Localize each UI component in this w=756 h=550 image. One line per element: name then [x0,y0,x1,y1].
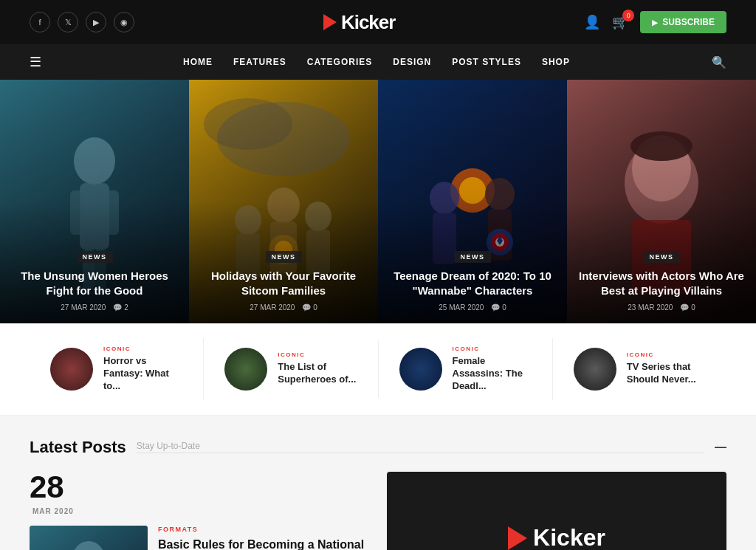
hero-category-2: NEWS [266,251,302,263]
site-logo[interactable]: Kicker [323,11,396,34]
latest-date-block: 28 MAR 2020 [30,472,369,515]
hero-date-3: 25 MAR 2020 [439,303,484,312]
hero-comments-3: 💬 0 [491,303,506,312]
nav-post-styles[interactable]: POST STYLES [452,57,521,67]
iconic-text-3: ICONIC Female Assassins: The Deadl... [453,346,532,393]
latest-subtitle: Stay Up-to-Date [137,441,704,453]
iconic-title-4: TV Series that Should Never... [627,361,706,386]
latest-post-item[interactable]: FORMATS Basic Rules for Becoming a Natio… [30,526,369,550]
nav-links: HOME FEATURES CATEGORIES DESIGN POST STY… [183,57,570,67]
iconic-thumb-img-2 [224,348,267,391]
hero-item-1[interactable]: NEWS The Unsung Women Heroes Fight for t… [0,80,189,323]
latest-dash: — [715,441,726,454]
latest-grid: 28 MAR 2020 [30,472,726,550]
hero-meta-4: 23 MAR 2020 💬 0 [579,303,744,312]
iconic-label-1: ICONIC [103,346,182,352]
latest-post-thumb-img [30,526,148,550]
hero-title-3: Teenage Dream of 2020: To 10 "Wannabe" C… [390,269,555,298]
search-icon[interactable]: 🔍 [712,55,726,69]
hero-meta-2: 27 MAR 2020 💬 0 [201,303,366,312]
hamburger-icon[interactable]: ☰ [30,54,41,70]
nav-categories[interactable]: CATEGORIES [307,57,372,67]
iconic-label-4: ICONIC [627,351,706,358]
instagram-icon[interactable]: ◉ [114,12,134,32]
logo-text: Kicker [341,11,396,34]
hero-meta-1: 27 MAR 2020 💬 2 [12,303,177,312]
latest-post-category: FORMATS [158,526,369,533]
hero-item-2[interactable]: NEWS Holidays with Your Favorite Sitcom … [189,80,378,323]
nav-features[interactable]: FEATURES [233,57,286,67]
iconic-thumb-2 [224,348,267,391]
iconic-item-2[interactable]: ICONIC The List of Superheroes of... [204,340,378,398]
iconic-title-3: Female Assassins: The Deadl... [453,355,532,393]
latest-post-title: Basic Rules for Becoming a National Supe… [158,537,369,550]
twitter-icon[interactable]: 𝕏 [58,12,78,32]
subscribe-button[interactable]: SUBSCRIBE [640,11,726,33]
hero-comments-1: 💬 2 [113,303,128,312]
kicker-logo-large: Kicker [508,524,605,550]
hero-title-4: Interviews with Actors Who Are Best at P… [579,269,744,298]
latest-left: 28 MAR 2020 [30,472,369,550]
hero-content-4: NEWS Interviews with Actors Who Are Best… [567,237,756,323]
hero-category-3: NEWS [455,251,491,263]
facebook-icon[interactable]: f [30,12,50,32]
social-icons: f 𝕏 ▶ ◉ [30,12,134,32]
cart-icon[interactable]: 🛒 0 [612,14,628,30]
nav-home[interactable]: HOME [183,57,213,67]
date-num: 28 MAR 2020 [30,472,74,515]
top-bar: f 𝕏 ▶ ◉ Kicker 👤 🛒 0 SUBSCRIBE [0,0,756,44]
iconic-text-4: ICONIC TV Series that Should Never... [627,351,706,386]
user-icon[interactable]: 👤 [584,14,600,30]
iconic-text-2: ICONIC The List of Superheroes of... [278,351,357,386]
hero-grid: NEWS The Unsung Women Heroes Fight for t… [0,80,756,323]
iconic-thumb-img-3 [399,348,442,391]
iconic-item-3[interactable]: ICONIC Female Assassins: The Deadl... [379,338,553,400]
cart-badge: 0 [622,10,634,21]
iconic-label-2: ICONIC [278,351,357,358]
top-right-actions: 👤 🛒 0 SUBSCRIBE [584,11,726,33]
iconic-thumb-img-1 [50,348,93,391]
nav-bar: ☰ HOME FEATURES CATEGORIES DESIGN POST S… [0,44,756,80]
hero-item-4[interactable]: NEWS Interviews with Actors Who Are Best… [567,80,756,323]
iconic-thumb-3 [399,348,442,391]
hero-date-4: 23 MAR 2020 [628,303,673,312]
iconic-title-2: The List of Superheroes of... [278,361,357,386]
iconic-thumb-4 [574,348,616,391]
latest-post-thumb [30,526,148,550]
logo-play-icon [323,14,337,30]
iconic-title-1: Horror vs Fantasy: What to... [103,355,182,393]
hero-content-3: NEWS Teenage Dream of 2020: To 10 "Wanna… [378,237,567,323]
hero-content-2: NEWS Holidays with Your Favorite Sitcom … [189,237,378,323]
hero-title-1: The Unsung Women Heroes Fight for the Go… [12,269,177,298]
hero-comments-4: 💬 0 [680,303,695,312]
latest-header: Latest Posts Stay Up-to-Date — [30,438,726,457]
kicker-logo-large-text: Kicker [533,524,605,550]
hero-date-2: 27 MAR 2020 [250,303,295,312]
latest-right-panel: Kicker [387,472,726,550]
latest-section: Latest Posts Stay Up-to-Date — 28 MAR 20… [0,416,756,550]
iconic-thumb-img-4 [574,348,616,391]
hero-date-1: 27 MAR 2020 [61,303,106,312]
hero-item-3[interactable]: NEWS Teenage Dream of 2020: To 10 "Wanna… [378,80,567,323]
hero-title-2: Holidays with Your Favorite Sitcom Famil… [201,269,366,298]
nav-design[interactable]: DESIGN [393,57,431,67]
latest-post-info: FORMATS Basic Rules for Becoming a Natio… [158,526,369,550]
hero-content-1: NEWS The Unsung Women Heroes Fight for t… [0,237,189,323]
youtube-icon[interactable]: ▶ [86,12,106,32]
iconic-item-1[interactable]: ICONIC Horror vs Fantasy: What to... [30,338,204,400]
iconic-label-3: ICONIC [453,346,532,352]
hero-comments-2: 💬 0 [302,303,317,312]
iconic-strip: ICONIC Horror vs Fantasy: What to... ICO… [0,323,756,416]
iconic-thumb-1 [50,348,93,391]
iconic-item-4[interactable]: ICONIC TV Series that Should Never... [553,340,726,398]
hero-category-1: NEWS [77,251,113,263]
hero-category-4: NEWS [644,251,680,263]
hero-meta-3: 25 MAR 2020 💬 0 [390,303,555,312]
iconic-text-1: ICONIC Horror vs Fantasy: What to... [103,346,182,393]
kicker-play-large-icon [508,526,527,550]
latest-title: Latest Posts [30,438,126,457]
nav-shop[interactable]: SHOP [542,57,570,67]
